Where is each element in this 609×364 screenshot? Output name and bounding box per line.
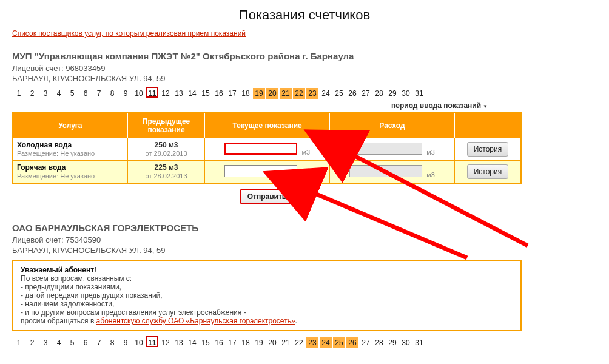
calendar-day[interactable]: 20 xyxy=(266,337,278,348)
calendar-day[interactable]: 15 xyxy=(200,88,212,99)
notice-line: просим обращаться в xyxy=(21,317,96,325)
calendar-day[interactable]: 22 xyxy=(293,88,305,99)
history-button[interactable]: История xyxy=(467,142,509,157)
calendar-day[interactable]: 5 xyxy=(66,88,78,99)
calendar-day[interactable]: 13 xyxy=(173,88,185,99)
th-cons: Расход xyxy=(330,113,455,138)
calendar-day[interactable]: 18 xyxy=(240,337,252,348)
company1-account-line: Лицевой счет: 968033459 xyxy=(12,64,597,73)
calendar-day[interactable]: 27 xyxy=(360,337,372,348)
current-reading-input[interactable] xyxy=(224,143,297,155)
calendar-day[interactable]: 6 xyxy=(79,337,92,348)
calendar-day[interactable]: 28 xyxy=(373,337,385,348)
calendar-day[interactable]: 13 xyxy=(173,337,185,348)
calendar-day[interactable]: 9 xyxy=(119,337,132,348)
table-row: Горячая вода Размещение: Не указано 225 … xyxy=(13,161,521,184)
calendar-day[interactable]: 18 xyxy=(240,88,252,99)
calendar-day[interactable]: 11 xyxy=(146,336,158,347)
notice-greeting: Уважаемый абонент! xyxy=(21,266,96,274)
calendar-day[interactable]: 12 xyxy=(160,88,172,99)
page-title: Показания счетчиков xyxy=(12,7,597,23)
consumption-field xyxy=(349,165,422,177)
prev-value: 225 м3 xyxy=(155,163,178,172)
calendar-day[interactable]: 1 xyxy=(13,88,25,99)
calendar-day[interactable]: 20 xyxy=(266,88,278,99)
account-label: Лицевой счет: xyxy=(12,235,64,244)
svc-name: Холодная вода xyxy=(17,141,72,149)
calendar-day[interactable]: 7 xyxy=(93,88,105,99)
calendar-day[interactable]: 17 xyxy=(226,337,238,348)
calendar-day[interactable]: 6 xyxy=(79,88,92,99)
calendar-day[interactable]: 10 xyxy=(133,337,145,348)
providers-link[interactable]: Список поставщиков услуг, по которым реа… xyxy=(12,29,246,38)
readings-table: Услуга Предыдущее показание Текущее пока… xyxy=(12,112,522,184)
calendar-day[interactable]: 31 xyxy=(413,88,425,99)
notice-line: - и по другим вопросам предоставления ус… xyxy=(21,308,246,317)
calendar-day[interactable]: 21 xyxy=(280,88,292,99)
history-button[interactable]: История xyxy=(467,164,509,179)
calendar-day[interactable]: 4 xyxy=(53,88,65,99)
calendar-day[interactable]: 30 xyxy=(400,88,412,99)
prev-date: от 28.02.2013 xyxy=(146,172,187,180)
calendar-day[interactable]: 16 xyxy=(213,88,225,99)
calendar-day[interactable]: 3 xyxy=(39,337,52,348)
calendar-day[interactable]: 2 xyxy=(26,337,38,348)
calendar-day[interactable]: 23 xyxy=(306,337,318,348)
account-label: Лицевой счет: xyxy=(12,64,64,73)
calendar-day[interactable]: 11 xyxy=(146,87,158,98)
calendar-day[interactable]: 19 xyxy=(253,337,265,348)
unit: м3 xyxy=(301,171,310,178)
prev-date: от 28.02.2013 xyxy=(146,150,187,157)
company2-address: БАРНАУЛ, КРАСНОСЕЛЬСКАЯ УЛ. 94, 59 xyxy=(12,246,597,255)
calendar-day[interactable]: 8 xyxy=(106,337,118,348)
company2-account-line: Лицевой счет: 75340590 xyxy=(12,235,597,244)
company1-calendar: 1234567891011121314151617181920212223242… xyxy=(12,87,597,99)
calendar-day[interactable]: 3 xyxy=(39,88,52,99)
subscriber-service-link[interactable]: абонентскую службу ОАО «Барнаульская гор… xyxy=(96,317,295,325)
calendar-day[interactable]: 15 xyxy=(200,337,212,348)
calendar-day[interactable]: 28 xyxy=(373,88,385,99)
calendar-day[interactable]: 25 xyxy=(333,337,345,348)
calendar-day[interactable]: 12 xyxy=(160,337,172,348)
calendar-day[interactable]: 17 xyxy=(226,88,238,99)
calendar-day[interactable]: 27 xyxy=(360,88,372,99)
calendar-day[interactable]: 23 xyxy=(306,88,318,99)
calendar-day[interactable]: 26 xyxy=(346,88,358,99)
calendar-day[interactable]: 7 xyxy=(93,337,105,348)
th-service: Услуга xyxy=(13,113,127,138)
calendar-day[interactable]: 21 xyxy=(280,337,292,348)
notice-line: По всем вопросам, связанным с: xyxy=(21,274,132,283)
calendar-day[interactable]: 29 xyxy=(386,88,399,99)
unit: м3 xyxy=(426,171,435,178)
calendar-day[interactable]: 25 xyxy=(333,88,345,99)
calendar-day[interactable]: 24 xyxy=(320,88,332,99)
account-number: 75340590 xyxy=(66,235,101,244)
submit-button[interactable]: Отправить xyxy=(240,189,294,204)
calendar-day[interactable]: 14 xyxy=(186,88,198,99)
calendar-day[interactable]: 14 xyxy=(186,337,198,348)
company1-address: БАРНАУЛ, КРАСНОСЕЛЬСКАЯ УЛ. 94, 59 xyxy=(12,74,597,83)
calendar-day[interactable]: 5 xyxy=(66,337,78,348)
svc-placement: Размещение: Не указано xyxy=(17,150,95,157)
svc-placement: Размещение: Не указано xyxy=(17,172,95,180)
calendar-day[interactable]: 31 xyxy=(413,337,425,348)
calendar-day[interactable]: 24 xyxy=(320,337,332,348)
calendar-day[interactable]: 30 xyxy=(400,337,412,348)
calendar-day[interactable]: 29 xyxy=(386,337,399,348)
calendar-day[interactable]: 9 xyxy=(119,88,132,99)
calendar-day[interactable]: 22 xyxy=(293,337,305,348)
calendar-day[interactable]: 4 xyxy=(53,337,65,348)
company1-name: МУП "Управляющая компания ПЖЭТ №2" Октяб… xyxy=(12,51,597,61)
calendar-day[interactable]: 26 xyxy=(346,337,358,348)
calendar-day[interactable]: 2 xyxy=(26,88,38,99)
period-label[interactable]: период ввода показаний xyxy=(12,101,597,110)
calendar-day[interactable]: 19 xyxy=(253,88,265,99)
current-reading-input[interactable] xyxy=(224,165,297,177)
calendar-day[interactable]: 1 xyxy=(13,337,25,348)
calendar-day[interactable]: 10 xyxy=(133,88,145,99)
account-number: 968033459 xyxy=(66,64,105,73)
company2-name: ОАО БАРНАУЛЬСКАЯ ГОРЭЛЕКТРОСЕТЬ xyxy=(12,223,597,233)
calendar-day[interactable]: 16 xyxy=(213,337,225,348)
calendar-day[interactable]: 8 xyxy=(106,88,118,99)
th-curr: Текущее показание xyxy=(205,113,330,138)
